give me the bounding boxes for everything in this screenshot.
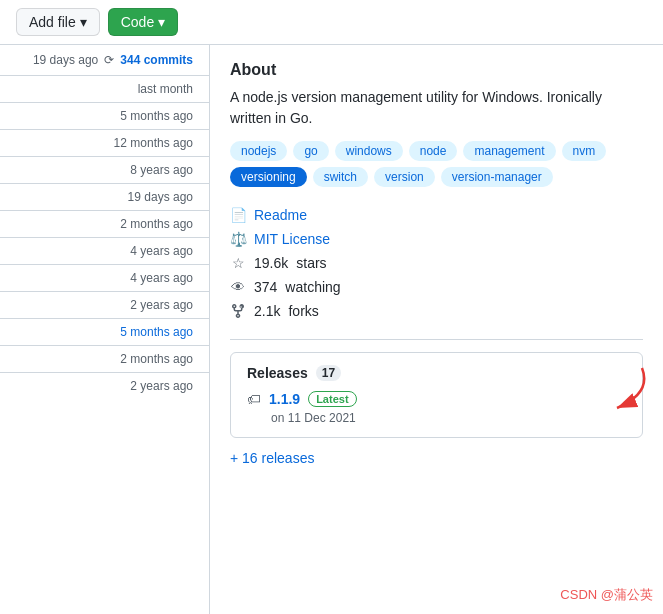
file-list: last month 5 months ago 12 months ago 8 … bbox=[0, 76, 209, 399]
list-item: 2 years ago bbox=[0, 373, 209, 399]
more-releases-link[interactable]: + 16 releases bbox=[230, 450, 314, 466]
action-buttons: Add file ▾ Code ▾ bbox=[16, 8, 178, 36]
releases-box: Releases 17 🏷 1.1.9 Latest on 11 Dec 202… bbox=[230, 352, 643, 438]
releases-header: Releases 17 bbox=[247, 365, 626, 381]
star-icon: ☆ bbox=[230, 255, 246, 271]
divider bbox=[230, 339, 643, 340]
add-file-button[interactable]: Add file ▾ bbox=[16, 8, 100, 36]
watching-label: watching bbox=[285, 279, 340, 295]
list-item: last month bbox=[0, 76, 209, 103]
about-title: About bbox=[230, 61, 643, 79]
readme-link[interactable]: Readme bbox=[254, 207, 307, 223]
list-item: 19 days ago bbox=[0, 184, 209, 211]
readme-stat: 📄 Readme bbox=[230, 203, 643, 227]
tag-go[interactable]: go bbox=[293, 141, 328, 161]
watching-stat: 👁 374 watching bbox=[230, 275, 643, 299]
list-item: 4 years ago bbox=[0, 265, 209, 292]
repo-stats: 📄 Readme ⚖️ MIT License ☆ 19.6k stars 👁 … bbox=[230, 203, 643, 323]
tag-switch[interactable]: switch bbox=[313, 167, 368, 187]
main-layout: 19 days ago ⟳ 344 commits last month 5 m… bbox=[0, 45, 663, 614]
stars-stat: ☆ 19.6k stars bbox=[230, 251, 643, 275]
stars-count: 19.6k bbox=[254, 255, 288, 271]
release-date: on 11 Dec 2021 bbox=[271, 411, 626, 425]
tag-nvm[interactable]: nvm bbox=[562, 141, 607, 161]
license-link[interactable]: MIT License bbox=[254, 231, 330, 247]
commit-bar: 19 days ago ⟳ 344 commits bbox=[0, 45, 209, 76]
release-item: 🏷 1.1.9 Latest bbox=[247, 391, 626, 407]
forks-count: 2.1k bbox=[254, 303, 280, 319]
release-tag-icon: 🏷 bbox=[247, 391, 261, 407]
tag-versioning[interactable]: versioning bbox=[230, 167, 307, 187]
list-item: 4 years ago bbox=[0, 238, 209, 265]
list-item: 12 months ago bbox=[0, 130, 209, 157]
releases-title: Releases bbox=[247, 365, 308, 381]
tag-windows[interactable]: windows bbox=[335, 141, 403, 161]
readme-icon: 📄 bbox=[230, 207, 246, 223]
left-panel: 19 days ago ⟳ 344 commits last month 5 m… bbox=[0, 45, 210, 614]
forks-label: forks bbox=[288, 303, 318, 319]
top-bar: Add file ▾ Code ▾ bbox=[0, 0, 663, 45]
list-item: 2 months ago bbox=[0, 346, 209, 373]
code-label: Code bbox=[121, 14, 154, 30]
tag-nodejs[interactable]: nodejs bbox=[230, 141, 287, 161]
fork-icon bbox=[230, 303, 246, 319]
license-icon: ⚖️ bbox=[230, 231, 246, 247]
tag-management[interactable]: management bbox=[463, 141, 555, 161]
tag-node[interactable]: node bbox=[409, 141, 458, 161]
add-file-chevron: ▾ bbox=[80, 14, 87, 30]
code-chevron: ▾ bbox=[158, 14, 165, 30]
tags-container: nodejs go windows node management nvm ve… bbox=[230, 141, 643, 187]
about-description: A node.js version management utility for… bbox=[230, 87, 643, 129]
watching-count: 374 bbox=[254, 279, 277, 295]
latest-badge: Latest bbox=[308, 391, 356, 407]
license-stat: ⚖️ MIT License bbox=[230, 227, 643, 251]
right-panel: About A node.js version management utili… bbox=[210, 45, 663, 614]
commit-days-ago: 19 days ago bbox=[33, 53, 98, 67]
releases-count: 17 bbox=[316, 365, 341, 381]
commit-icon: ⟳ bbox=[104, 53, 114, 67]
commit-count-link[interactable]: 344 commits bbox=[120, 53, 193, 67]
forks-stat: 2.1k forks bbox=[230, 299, 643, 323]
tag-version[interactable]: version bbox=[374, 167, 435, 187]
list-item: 2 years ago bbox=[0, 292, 209, 319]
list-item: 8 years ago bbox=[0, 157, 209, 184]
stars-label: stars bbox=[296, 255, 326, 271]
add-file-label: Add file bbox=[29, 14, 76, 30]
list-item: 2 months ago bbox=[0, 211, 209, 238]
about-desc-part1: A node.js version management utility for… bbox=[230, 89, 543, 105]
tag-version-manager[interactable]: version-manager bbox=[441, 167, 553, 187]
code-button[interactable]: Code ▾ bbox=[108, 8, 178, 36]
release-version-link[interactable]: 1.1.9 bbox=[269, 391, 300, 407]
list-item: 5 months ago bbox=[0, 319, 209, 346]
watch-icon: 👁 bbox=[230, 279, 246, 295]
list-item: 5 months ago bbox=[0, 103, 209, 130]
watermark: CSDN @蒲公英 bbox=[560, 586, 653, 604]
